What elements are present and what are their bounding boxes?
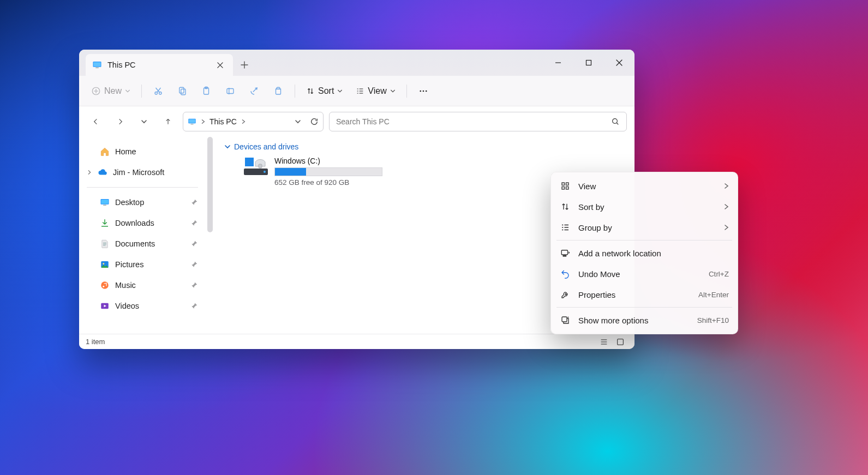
sidebar-cloud[interactable]: Jim - Microsoft — [79, 162, 206, 183]
ctx-item-sort-by[interactable]: Sort by — [551, 196, 738, 217]
copy-button[interactable] — [171, 81, 193, 101]
svg-rect-31 — [245, 158, 249, 161]
back-button[interactable] — [87, 112, 105, 131]
svg-rect-35 — [259, 164, 262, 168]
view-button[interactable]: View — [350, 81, 400, 101]
sidebar-item-videos[interactable]: Videos — [79, 296, 206, 316]
paste-button[interactable] — [195, 81, 217, 101]
sidebar-item-downloads[interactable]: Downloads — [79, 213, 206, 233]
titlebar: This PC — [79, 50, 634, 76]
grid-icon — [560, 181, 571, 191]
wrench-icon — [560, 289, 571, 300]
ctx-shortcut: Shift+F10 — [697, 316, 729, 324]
sidebar-item-documents[interactable]: Documents — [79, 233, 206, 254]
forward-button[interactable] — [111, 112, 129, 131]
refresh-button[interactable] — [310, 117, 319, 126]
svg-rect-38 — [566, 183, 569, 185]
tab-this-pc[interactable]: This PC — [86, 54, 233, 76]
chevron-right-icon — [723, 203, 729, 210]
pin-icon[interactable] — [190, 199, 198, 206]
sort-label: Sort — [318, 86, 334, 96]
ctx-item-properties[interactable]: PropertiesAlt+Enter — [551, 284, 738, 305]
sidebar-item-label: Home — [115, 147, 136, 156]
sidebar-home[interactable]: Home — [79, 141, 206, 162]
ctx-item-show-more-options[interactable]: Show more optionsShift+F10 — [551, 310, 738, 330]
ctx-item-view[interactable]: View — [551, 176, 738, 196]
address-dropdown[interactable] — [295, 118, 301, 125]
sidebar-item-label: Music — [115, 281, 136, 290]
search-input[interactable]: Search This PC — [329, 112, 627, 131]
desktop-icon — [100, 197, 110, 207]
sidebar-item-pictures[interactable]: Pictures — [79, 254, 206, 275]
sidebar-item-desktop[interactable]: Desktop — [79, 192, 206, 213]
svg-rect-22 — [103, 205, 106, 206]
svg-rect-2 — [95, 68, 99, 69]
pin-icon[interactable] — [190, 219, 198, 227]
details-view-button[interactable] — [596, 336, 612, 348]
group-devices-drives[interactable]: Devices and drives — [224, 142, 625, 151]
address-bar[interactable]: This PC — [183, 112, 324, 131]
svg-rect-37 — [562, 183, 565, 185]
ctx-item-add-a-network-location[interactable]: Add a network location — [551, 243, 738, 263]
drive-capacity-bar — [274, 167, 382, 176]
svg-rect-34 — [250, 163, 254, 166]
sidebar-item-label: Desktop — [115, 198, 144, 207]
pictures-icon — [100, 260, 110, 269]
sidebar: Home Jim - Microsoft DesktopDownloadsDoc… — [79, 137, 206, 334]
sidebar-item-music[interactable]: Music — [79, 275, 206, 296]
ctx-shortcut: Alt+Enter — [698, 291, 729, 299]
ctx-item-label: View — [578, 182, 596, 191]
new-tab-button[interactable] — [233, 54, 256, 76]
svg-rect-18 — [190, 124, 193, 124]
svg-point-29 — [264, 171, 266, 173]
large-icons-view-button[interactable] — [613, 336, 628, 348]
drive-free-text: 652 GB free of 920 GB — [274, 178, 382, 187]
new-button[interactable]: New — [86, 81, 136, 101]
delete-button[interactable] — [267, 81, 289, 101]
ctx-shortcut: Ctrl+Z — [709, 270, 729, 278]
svg-rect-17 — [189, 119, 195, 123]
ctx-item-label: Undo Move — [578, 269, 620, 279]
group-label: Devices and drives — [234, 142, 298, 151]
recent-dropdown[interactable] — [135, 112, 153, 131]
chevron-right-icon — [723, 224, 729, 231]
file-explorer-window: This PC New Sort — [79, 50, 634, 349]
sort-button[interactable]: Sort — [301, 81, 348, 101]
cut-button[interactable] — [147, 81, 169, 101]
search-placeholder: Search This PC — [336, 117, 390, 126]
share-button[interactable] — [243, 81, 265, 101]
minimize-button[interactable] — [543, 50, 573, 76]
pin-icon[interactable] — [190, 302, 198, 310]
sidebar-scrollbar[interactable] — [206, 137, 214, 334]
svg-rect-43 — [562, 317, 567, 322]
svg-rect-7 — [179, 87, 184, 93]
svg-point-14 — [422, 90, 424, 92]
chevron-right-icon — [723, 183, 729, 189]
rename-button[interactable] — [219, 81, 241, 101]
ctx-item-group-by[interactable]: Group by — [551, 217, 738, 238]
pin-icon[interactable] — [190, 240, 198, 248]
sidebar-item-label: Videos — [115, 302, 139, 310]
new-label: New — [104, 86, 122, 96]
sidebar-item-label: Documents — [115, 239, 155, 248]
ctx-item-label: Show more options — [578, 316, 648, 325]
address-row: This PC Search This PC — [79, 106, 634, 137]
svg-rect-3 — [586, 61, 591, 65]
svg-point-24 — [103, 263, 104, 264]
pin-icon[interactable] — [190, 261, 198, 268]
tab-title: This PC — [107, 61, 136, 69]
up-button[interactable] — [159, 112, 177, 131]
pin-icon[interactable] — [190, 281, 198, 289]
chevron-right-icon[interactable] — [87, 170, 92, 175]
sidebar-item-label: Pictures — [115, 260, 143, 269]
maximize-button[interactable] — [573, 50, 604, 76]
more-button[interactable] — [412, 81, 434, 101]
close-window-button[interactable] — [604, 50, 634, 76]
svg-rect-12 — [276, 89, 281, 94]
ctx-item-undo-move[interactable]: Undo MoveCtrl+Z — [551, 263, 738, 284]
documents-icon — [100, 239, 110, 249]
chevron-down-icon — [224, 143, 231, 150]
close-tab-button[interactable] — [213, 58, 226, 71]
svg-rect-41 — [561, 250, 567, 255]
svg-point-26 — [103, 286, 104, 287]
